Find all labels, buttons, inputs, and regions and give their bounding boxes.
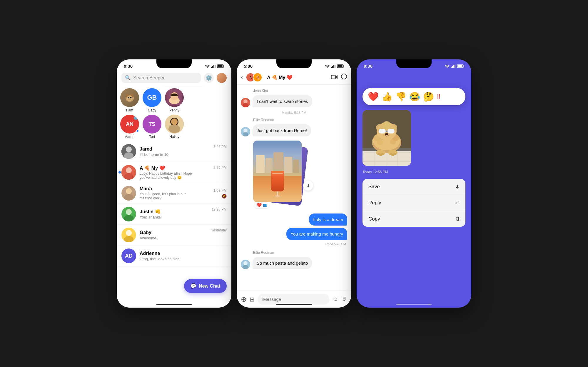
chat-name-maria: Maria	[140, 186, 210, 191]
notch-2	[276, 59, 312, 68]
message-row-1: I can't wait to swap stories	[241, 95, 347, 107]
chat-preview-jared: I'll be home in 10	[140, 152, 204, 157]
group-avatars: A 🍕	[246, 73, 262, 82]
reaction-heart[interactable]: ❤️	[368, 91, 379, 102]
svg-point-47	[243, 99, 248, 104]
reaction-laugh[interactable]: 😂	[409, 91, 420, 102]
svg-rect-39	[335, 64, 335, 68]
context-menu: Save ⬇ Reply ↩ Copy ⧉	[363, 179, 465, 227]
svg-point-81	[382, 121, 391, 129]
sticker-button[interactable]: ⊞	[250, 296, 255, 303]
svg-rect-56	[452, 66, 453, 68]
svg-point-31	[126, 209, 132, 215]
notch-1	[156, 59, 192, 68]
svg-point-77	[377, 139, 383, 145]
chat-info-adrienne: Adrienne Omg, that looks so nice!	[140, 251, 227, 261]
story-tori[interactable]: TS Tori	[143, 115, 161, 139]
message-row-hungry: You are making me hungry	[241, 228, 347, 240]
reaction-picker: ❤️ 👍 👎 😂 🤔 ‼️	[363, 88, 465, 105]
reaction-thinking[interactable]: 🤔	[423, 91, 434, 102]
info-button[interactable]: i	[341, 73, 347, 81]
chat-item-jared[interactable]: Jared I'll be home in 10 3:25 PM	[117, 141, 231, 162]
user-avatar-button[interactable]	[217, 73, 227, 83]
reaction-exclamation[interactable]: ‼️	[437, 93, 440, 101]
reaction-thumbs-down[interactable]: 👎	[395, 91, 406, 102]
read-status: Read 5:23 PM	[241, 242, 346, 246]
download-button[interactable]: ⬇	[303, 181, 313, 191]
svg-point-11	[128, 97, 129, 99]
wifi-icon-1	[205, 64, 210, 68]
ellie-avatar-1	[241, 127, 250, 136]
chat-time-amy: 2:29 PM	[213, 166, 227, 170]
chat-avatar-jared	[121, 144, 136, 159]
wifi-icon-2	[325, 64, 330, 68]
battery-icon-1	[217, 64, 224, 68]
aperol-drink	[271, 171, 284, 196]
chat-name-justin: Justin 👊	[140, 209, 208, 214]
copy-menu-item[interactable]: Copy ⧉	[363, 211, 465, 227]
story-hailey[interactable]: Hailey	[165, 115, 184, 139]
chat-time-gaby: Yesterday	[211, 228, 227, 232]
emoji-button[interactable]: ☺	[333, 296, 338, 303]
message-input[interactable]	[258, 294, 330, 305]
chat-preview-justin: You: Thanks!	[140, 215, 204, 219]
chat-avatar-justin	[121, 207, 136, 221]
mic-button[interactable]: 🎙	[341, 296, 347, 303]
chat-item-justin[interactable]: Justin 👊 You: Thanks! 12:26 PM	[117, 204, 231, 225]
buildings	[256, 149, 299, 173]
svg-point-50	[243, 129, 248, 133]
save-menu-item[interactable]: Save ⬇	[363, 179, 465, 195]
phone1-header: 🔍 Search Beeper ⚙️	[117, 70, 231, 86]
svg-rect-6	[224, 66, 224, 67]
svg-rect-57	[453, 65, 454, 68]
save-label: Save	[368, 184, 380, 190]
hailey-avatar-svg	[165, 115, 184, 134]
new-chat-button[interactable]: 💬 New Chat	[184, 279, 227, 293]
dog-photo-svg	[363, 110, 411, 166]
story-fam[interactable]: Fam	[120, 88, 139, 112]
search-bar[interactable]: 🔍 Search Beeper	[121, 73, 201, 83]
maria-avatar-svg	[121, 186, 136, 201]
story-label-penny: Penny	[169, 108, 179, 112]
svg-rect-86	[387, 129, 395, 134]
copy-label: Copy	[368, 216, 380, 222]
status-icons-2	[325, 64, 344, 68]
svg-point-13	[128, 99, 131, 100]
chat-avatar-gaby	[121, 228, 136, 242]
battery-icon-2	[337, 64, 344, 68]
reply-menu-item[interactable]: Reply ↩	[363, 195, 465, 211]
timestamp-monday: Monday 5:18 PM	[241, 111, 347, 114]
new-chat-label: New Chat	[199, 283, 220, 289]
mute-icon-maria: 🔕	[222, 194, 227, 198]
message-1: I can't wait to swap stories	[253, 95, 312, 107]
video-call-button[interactable]	[331, 74, 338, 81]
chat-name-adrienne: Adrienne	[140, 251, 227, 256]
chat-item-amy[interactable]: A 🍕 My ❤️ Lucy: Happy birthday Ellie!! H…	[117, 162, 231, 183]
reaction-thumbs-up[interactable]: 👍	[382, 91, 392, 102]
story-penny[interactable]: Did you get an iPhone!? Penny	[165, 88, 184, 112]
gear-button[interactable]: ⚙️	[204, 73, 214, 83]
status-icons-3	[445, 64, 464, 68]
back-button[interactable]: ‹	[241, 74, 243, 81]
svg-rect-37	[332, 66, 333, 68]
story-gaby[interactable]: GB Gaby	[143, 88, 161, 112]
chat-item-maria[interactable]: Maria You: All good, let's plan in our m…	[117, 183, 231, 204]
story-aaron[interactable]: AN Aaron	[120, 115, 139, 139]
chat-info-gaby: Gaby Awesome.	[140, 230, 208, 240]
chat-item-gaby[interactable]: Gaby Awesome. Yesterday	[117, 225, 231, 246]
reply-icon: ↩	[455, 200, 460, 206]
ellie-avatar-2	[241, 260, 250, 269]
new-chat-icon: 💬	[191, 283, 196, 289]
stories-row-2: AN Aaron TS Tori	[117, 114, 231, 141]
signal-icon-1	[211, 64, 216, 68]
signal-icon-2	[331, 64, 336, 68]
add-button[interactable]: ⊕	[241, 295, 247, 303]
message-row-3: Just got back from Rome!	[241, 124, 347, 136]
svg-point-25	[126, 167, 132, 173]
time-1: 9:30	[124, 64, 133, 69]
sender-label-ellie-1: Ellie Redman	[253, 118, 347, 122]
chat-item-adrienne[interactable]: AD Adrienne Omg, that looks so nice!	[117, 246, 231, 266]
sender-label-jean: Jean Kim	[253, 89, 347, 93]
chat-info-maria: Maria You: All good, let's plan in our m…	[140, 186, 210, 200]
svg-rect-60	[458, 65, 462, 67]
